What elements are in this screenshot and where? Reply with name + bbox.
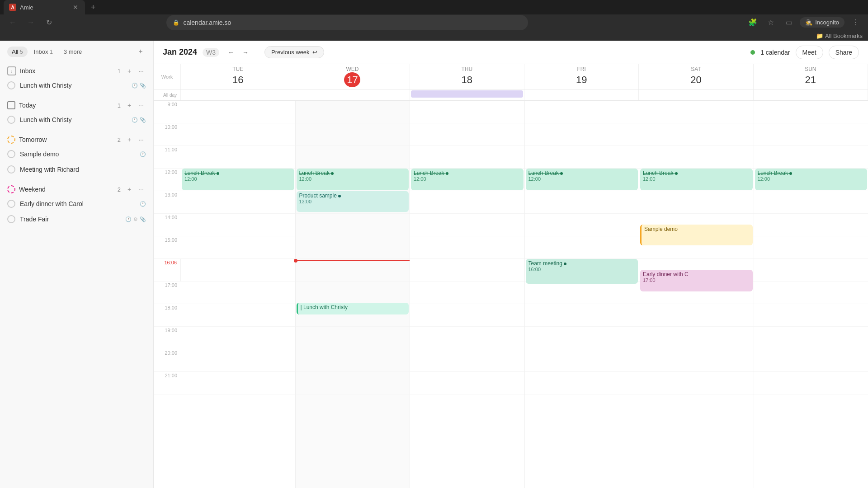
clock-icon: 🕐 xyxy=(140,201,146,207)
event-lunch-break-sun[interactable]: Lunch Break 12:00 xyxy=(755,169,868,190)
prev-week-icon: ↩ xyxy=(312,49,317,56)
time-slots: 9:00 10:00 11:00 12:00 13:00 14:00 15:00… xyxy=(154,101,181,488)
item-icons: 🕐 xyxy=(140,151,146,157)
list-item[interactable]: Lunch with Christy 🕐 📎 xyxy=(0,78,153,93)
event-lunch-break-thu[interactable]: Lunch Break 12:00 xyxy=(411,169,524,190)
item-title: Early dinner with Carol xyxy=(20,200,135,207)
prev-week-button[interactable]: ← xyxy=(225,46,237,59)
inbox-more-button[interactable]: ··· xyxy=(136,66,146,76)
back-button[interactable]: ← xyxy=(5,15,20,30)
item-checkbox[interactable] xyxy=(7,116,15,124)
calendar-header: Jan 2024 W3 ← → Previous week ↩ 1 calend… xyxy=(154,41,868,64)
inbox-add-button[interactable]: + xyxy=(124,66,134,76)
tomorrow-icon xyxy=(7,136,15,144)
allday-cell-wed xyxy=(295,89,410,100)
calendar-main: Jan 2024 W3 ← → Previous week ↩ 1 calend… xyxy=(154,41,868,488)
event-product-sample[interactable]: Product sample 13:00 xyxy=(297,191,409,212)
time-header: Work xyxy=(154,64,181,89)
event-lunch-break-fri[interactable]: Lunch Break 12:00 xyxy=(526,169,638,190)
today-add-button[interactable]: + xyxy=(124,100,134,110)
time-19: 19:00 xyxy=(154,327,181,349)
event-team-meeting[interactable]: Team meeting 16:00 xyxy=(526,259,638,284)
event-lunch-break-sat[interactable]: Lunch Break 12:00 xyxy=(640,169,753,190)
item-checkbox[interactable] xyxy=(7,150,15,158)
event-lunch-break-tue[interactable]: Lunch Break 12:00 xyxy=(182,169,294,190)
event-time: 13:00 xyxy=(299,199,406,204)
calendar-body: 9:00 10:00 11:00 12:00 13:00 14:00 15:00… xyxy=(154,101,868,488)
event-title: Product sample xyxy=(299,192,406,199)
time-18: 18:00 xyxy=(154,304,181,327)
item-title: Lunch with Christy xyxy=(20,116,127,123)
item-checkbox[interactable] xyxy=(7,200,15,208)
prev-week-label: Previous week xyxy=(271,49,310,56)
url-text: calendar.amie.so xyxy=(183,19,231,26)
event-time: 12:00 xyxy=(299,176,406,182)
allday-event-thu[interactable] xyxy=(411,90,523,98)
time-20: 20:00 xyxy=(154,349,181,372)
weekend-more-button[interactable]: ··· xyxy=(136,184,146,194)
inbox-section: ↓ Inbox 1 + ··· Lunch with Christy 🕐 📎 xyxy=(0,61,153,95)
event-time: 12:00 xyxy=(643,176,750,182)
tab-inbox[interactable]: Inbox 1 xyxy=(29,47,57,57)
day-header-tue: Tue 16 xyxy=(181,64,295,89)
inbox-actions: + ··· xyxy=(124,66,146,76)
event-time: 12:00 xyxy=(758,176,865,182)
item-checkbox[interactable] xyxy=(7,215,15,223)
event-time: 16:00 xyxy=(528,267,636,272)
tomorrow-more-button[interactable]: ··· xyxy=(136,135,146,145)
meet-button[interactable]: Meet xyxy=(796,46,823,59)
add-item-button[interactable]: + xyxy=(135,46,146,57)
menu-icon[interactable]: ⋮ xyxy=(848,15,863,30)
list-item[interactable]: Trade Fair 🕐 ⚙ 📎 xyxy=(0,211,153,227)
item-title: Lunch with Christy xyxy=(20,82,127,89)
tab-favicon: A xyxy=(9,4,16,11)
inbox-icon: ↓ xyxy=(7,66,16,75)
attach-icon: 📎 xyxy=(140,83,146,89)
event-lunch-break-wed[interactable]: Lunch Break 12:00 xyxy=(297,169,409,190)
forward-button[interactable]: → xyxy=(24,15,38,30)
event-title: Lunch Break xyxy=(414,170,521,176)
lock-icon: 🔒 xyxy=(173,19,179,26)
event-sample-demo[interactable]: Sample demo xyxy=(640,225,753,245)
list-item[interactable]: Early dinner with Carol 🕐 xyxy=(0,196,153,211)
list-item[interactable]: Sample demo 🕐 xyxy=(0,146,153,162)
week-label: W3 xyxy=(203,48,219,57)
event-early-dinner[interactable]: Early dinner with C 17:00 xyxy=(640,270,753,291)
incognito-button[interactable]: 🕵 Incognito xyxy=(800,17,844,28)
tab-close-button[interactable]: ✕ xyxy=(71,3,80,11)
list-item[interactable]: Lunch with Christy 🕐 📎 xyxy=(0,112,153,127)
weekend-add-button[interactable]: + xyxy=(124,184,134,194)
new-tab-button[interactable]: + xyxy=(87,1,99,14)
bookmark-icon[interactable]: ☆ xyxy=(764,15,778,30)
incognito-icon: 🕵 xyxy=(805,19,812,26)
item-checkbox[interactable] xyxy=(7,81,15,89)
item-title: Meeting with Richard xyxy=(20,166,146,173)
today-section: Today 1 + ··· Lunch with Christy 🕐 📎 xyxy=(0,95,153,129)
event-title: Lunch Break xyxy=(643,170,750,176)
bookmarks-item[interactable]: 📁 All Bookmarks xyxy=(816,33,863,39)
time-9: 9:00 xyxy=(154,101,181,123)
today-more-button[interactable]: ··· xyxy=(136,100,146,110)
allday-cell-sat xyxy=(639,89,753,100)
day-column-tue: Lunch Break 12:00 xyxy=(181,101,296,488)
previous-week-btn[interactable]: Previous week ↩ xyxy=(264,46,324,58)
refresh-button[interactable]: ↻ xyxy=(42,15,56,30)
calendar-day-headers: Work Tue 16 Wed 17 Thu 18 Fri 19 Sat 20 xyxy=(154,64,868,89)
next-week-button[interactable]: → xyxy=(239,46,252,59)
sidebar-icon[interactable]: ▭ xyxy=(782,15,796,30)
active-tab[interactable]: A Amie ✕ xyxy=(4,0,85,14)
allday-time: All day xyxy=(154,89,181,100)
address-bar[interactable]: 🔒 calendar.amie.so xyxy=(166,15,528,30)
tomorrow-add-button[interactable]: + xyxy=(124,135,134,145)
list-item[interactable]: Meeting with Richard xyxy=(0,162,153,177)
share-button[interactable]: Share xyxy=(829,46,859,59)
item-checkbox[interactable] xyxy=(7,165,15,174)
tab-all[interactable]: All 5 xyxy=(7,47,28,57)
item-icons: 🕐 📎 xyxy=(132,83,146,89)
event-lunch-christy-wed[interactable]: | Lunch with Christy xyxy=(297,303,409,314)
browser-toolbar: ← → ↻ 🔒 calendar.amie.so 🧩 ☆ ▭ 🕵 Incogni… xyxy=(0,14,868,31)
app-container: All 5 Inbox 1 3 more + ↓ Inbox 1 + ··· L… xyxy=(0,41,868,488)
tomorrow-actions: + ··· xyxy=(124,135,146,145)
extensions-icon[interactable]: 🧩 xyxy=(745,15,760,30)
tab-more[interactable]: 3 more xyxy=(59,47,86,57)
